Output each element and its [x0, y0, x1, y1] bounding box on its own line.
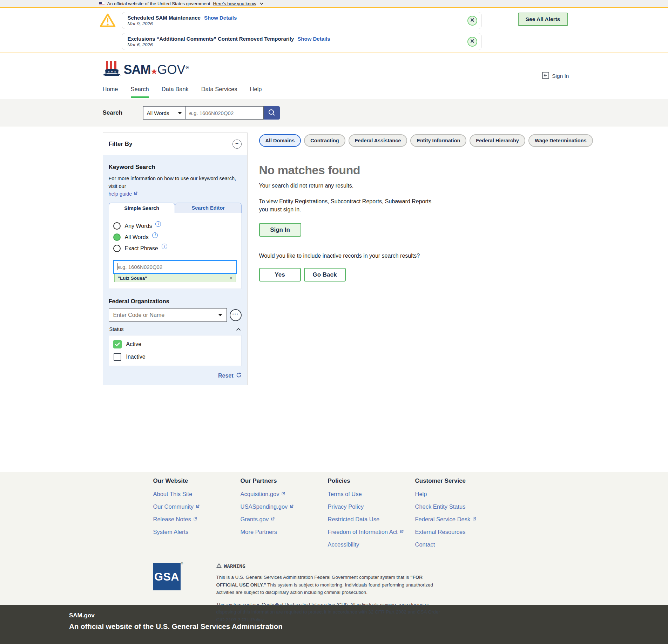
nav-item-search[interactable]: Search: [131, 85, 149, 99]
search-icon: [268, 109, 276, 117]
chevron-down-icon: [218, 314, 222, 316]
footer-link-more-partners[interactable]: More Partners: [241, 529, 328, 535]
yes-button[interactable]: Yes: [259, 268, 301, 282]
alert-title: Scheduled SAM Maintenance: [128, 15, 201, 21]
external-link-icon: [195, 503, 200, 510]
svg-text:★: ★: [114, 70, 116, 73]
chevron-down-icon: [178, 112, 182, 114]
sam-gov-logo[interactable]: ★ ★ ★ SAM★GOV®: [103, 60, 189, 79]
more-options-button[interactable]: ···: [230, 309, 242, 321]
footer-link-about-this-site[interactable]: About This Site: [153, 491, 241, 497]
simple-search-panel: Any Words i All Words i Exact Phrase i: [109, 213, 242, 289]
site-footer: Our Website About This Site Our Communit…: [0, 472, 668, 605]
chevron-up-icon[interactable]: [236, 328, 241, 331]
warning-block: WARNING This is a U.S. General Services …: [216, 563, 444, 624]
tab-simple-search[interactable]: Simple Search: [109, 203, 175, 213]
radio-any-words[interactable]: Any Words i: [113, 222, 237, 230]
close-icon: [470, 18, 474, 23]
info-icon[interactable]: i: [152, 232, 158, 238]
footer-link-grants-gov[interactable]: Grants.gov: [241, 516, 328, 523]
footer-link-help[interactable]: Help: [415, 491, 502, 497]
search-results: All Domains Contracting Federal Assistan…: [259, 134, 557, 282]
footer-link-restricted-data-use[interactable]: Restricted Data Use: [328, 516, 415, 523]
alert-date: Mar 6, 2026: [128, 42, 463, 47]
checkbox-checked: [113, 340, 122, 348]
chip-entity-information[interactable]: Entity Information: [410, 134, 466, 147]
footer-link-our-community[interactable]: Our Community: [153, 503, 241, 510]
warning-triangle-small-icon: [216, 563, 222, 569]
see-all-alerts-button[interactable]: See All Alerts: [518, 13, 568, 26]
header-sign-in-link[interactable]: Sign In: [542, 72, 569, 80]
federal-org-select[interactable]: Enter Code or Name: [109, 308, 227, 322]
sign-in-button[interactable]: Sign In: [259, 223, 301, 237]
chip-wage-determinations[interactable]: Wage Determinations: [528, 134, 593, 147]
chip-federal-hierarchy[interactable]: Federal Hierarchy: [470, 134, 525, 147]
chip-contracting[interactable]: Contracting: [304, 134, 345, 147]
go-back-button[interactable]: Go Back: [304, 268, 346, 282]
help-guide-link[interactable]: help guide: [109, 190, 138, 198]
sign-in-required-text: To view Entity Registrations, Subcontrac…: [259, 197, 436, 213]
footer-link-external-resources[interactable]: External Resources: [415, 529, 502, 535]
footer-link-system-alerts[interactable]: System Alerts: [153, 529, 241, 535]
footer-link-federal-service-desk[interactable]: Federal Service Desk: [415, 516, 502, 523]
footer-link-check-entity-status[interactable]: Check Entity Status: [415, 503, 502, 510]
footer-link-contact[interactable]: Contact: [415, 541, 502, 548]
filter-panel: Filter By − Keyword Search For more info…: [103, 133, 248, 385]
logo-star-icon: ★: [151, 67, 157, 76]
footer-link-release-notes[interactable]: Release Notes: [153, 516, 241, 523]
radio-circle: [113, 245, 121, 252]
external-link-icon: [399, 529, 404, 535]
tab-search-editor[interactable]: Search Editor: [175, 203, 242, 213]
footer-column-customer-service: Customer Service Help Check Entity Statu…: [415, 477, 502, 554]
search-band-label: Search: [103, 109, 127, 116]
gov-banner: An official website of the United States…: [0, 0, 668, 8]
keyword-chip: "Luiz Sousa" ×: [114, 274, 236, 282]
footer-link-acquisition-gov[interactable]: Acquisition.gov: [241, 491, 328, 497]
search-button[interactable]: [264, 106, 280, 120]
search-input[interactable]: [186, 106, 264, 120]
radio-all-words[interactable]: All Words i: [113, 233, 237, 241]
nav-item-home[interactable]: Home: [103, 85, 118, 99]
nav-item-help[interactable]: Help: [250, 85, 262, 99]
show-details-link[interactable]: Show Details: [204, 15, 237, 21]
chip-all-domains[interactable]: All Domains: [259, 134, 301, 147]
footer-link-accessibility[interactable]: Accessibility: [328, 541, 415, 548]
alert-close-button[interactable]: [467, 16, 477, 26]
reset-filters-link[interactable]: Reset: [218, 373, 234, 379]
status-options-card: Active Inactive: [109, 335, 242, 366]
keyword-input[interactable]: e.g. 1606N020Q02: [113, 260, 237, 274]
footer-link-usaspending-gov[interactable]: USASpending.gov: [241, 503, 328, 510]
chevron-down-icon: [260, 2, 263, 5]
refresh-icon[interactable]: [236, 372, 242, 379]
radio-circle-checked: [113, 233, 121, 241]
chip-federal-assistance[interactable]: Federal Assistance: [349, 134, 407, 147]
search-type-select[interactable]: All Words: [143, 106, 186, 120]
footer-link-foia[interactable]: Freedom of Information Act: [328, 529, 415, 535]
footer-link-privacy-policy[interactable]: Privacy Policy: [328, 503, 415, 510]
alerts-section: Scheduled SAM Maintenance Show Details M…: [0, 8, 668, 53]
warning-title: WARNING: [224, 563, 245, 569]
alert-title: Exclusions “Additional Comments” Content…: [128, 36, 294, 42]
text-caret: [117, 263, 117, 270]
nav-item-data-bank[interactable]: Data Bank: [162, 85, 189, 99]
footer-link-terms-of-use[interactable]: Terms of Use: [328, 491, 415, 497]
info-icon[interactable]: i: [155, 221, 161, 227]
info-icon[interactable]: i: [162, 244, 167, 249]
keyword-info-text: For more information on how to use our k…: [109, 175, 242, 198]
nav-item-data-services[interactable]: Data Services: [201, 85, 237, 99]
external-link-icon: [193, 516, 197, 523]
page: An official website of the United States…: [0, 0, 668, 644]
status-option-active[interactable]: Active: [113, 340, 237, 348]
alert-close-button[interactable]: [467, 37, 477, 47]
radio-exact-phrase[interactable]: Exact Phrase i: [113, 245, 237, 252]
main-nav: Home Search Data Bank Data Services Help: [0, 85, 668, 99]
chip-remove-icon[interactable]: ×: [230, 276, 232, 281]
federal-organizations-heading: Federal Organizations: [109, 298, 242, 305]
no-results-text: Your search did not return any results.: [259, 183, 557, 189]
svg-text:★: ★: [108, 70, 110, 73]
how-you-know-link[interactable]: Here’s how you know: [213, 1, 256, 6]
status-option-inactive[interactable]: Inactive: [113, 353, 237, 361]
collapse-filters-button[interactable]: −: [232, 140, 242, 149]
filter-panel-title: Filter By: [109, 141, 133, 148]
show-details-link[interactable]: Show Details: [297, 36, 330, 42]
